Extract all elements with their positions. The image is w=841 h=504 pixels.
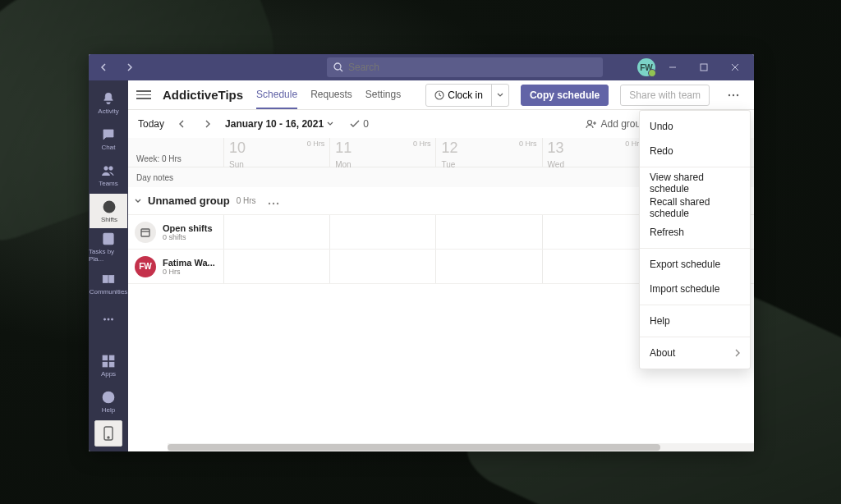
day-column[interactable]: 11Mon0 Hrs bbox=[329, 138, 435, 167]
clock-in-dropdown[interactable] bbox=[491, 85, 508, 106]
menu-separator bbox=[640, 305, 750, 305]
shift-cell[interactable] bbox=[435, 215, 541, 249]
day-notes-label: Day notes bbox=[128, 167, 223, 187]
date-prev-button[interactable] bbox=[172, 115, 191, 133]
search-input[interactable] bbox=[348, 62, 596, 73]
clock-in-button[interactable]: Clock in bbox=[425, 84, 509, 107]
date-range-picker[interactable]: January 10 - 16, 2021 bbox=[225, 118, 333, 130]
rail-item-teams[interactable]: Teams bbox=[89, 158, 128, 192]
rail-label: Tasks by Pla... bbox=[89, 248, 128, 263]
chat-icon bbox=[101, 127, 116, 142]
shift-cell[interactable] bbox=[542, 250, 648, 283]
group-name: Unnamed group bbox=[148, 195, 230, 207]
svg-point-28 bbox=[272, 202, 273, 204]
svg-point-8 bbox=[103, 318, 105, 320]
window-minimize-button[interactable] bbox=[659, 54, 687, 80]
svg-point-2 bbox=[104, 166, 108, 170]
svg-point-29 bbox=[276, 202, 278, 204]
today-button[interactable]: Today bbox=[138, 118, 164, 130]
open-shifts-title: Open shifts bbox=[163, 223, 213, 233]
menu-view-shared[interactable]: View shared schedule bbox=[640, 171, 750, 195]
menu-import[interactable]: Import schedule bbox=[640, 277, 750, 301]
day-hours: 0 Hrs bbox=[307, 140, 325, 148]
chevron-down-icon bbox=[497, 92, 503, 99]
scrollbar-thumb[interactable] bbox=[168, 444, 660, 451]
rail-item-apps[interactable]: Apps bbox=[89, 348, 128, 383]
tab-settings[interactable]: Settings bbox=[365, 80, 401, 109]
clock-in-label: Clock in bbox=[448, 89, 483, 101]
svg-point-22 bbox=[588, 121, 592, 125]
avatar[interactable]: FW bbox=[637, 58, 655, 76]
clock-icon bbox=[434, 90, 444, 100]
rail-item-shifts[interactable]: Shifts bbox=[89, 194, 127, 228]
day-column[interactable]: 10Sun0 Hrs bbox=[223, 138, 329, 167]
horizontal-scrollbar[interactable] bbox=[168, 443, 754, 451]
hamburger-button[interactable] bbox=[136, 90, 151, 99]
tasks-icon bbox=[101, 231, 116, 246]
shift-cell[interactable] bbox=[223, 250, 329, 283]
menu-export[interactable]: Export schedule bbox=[640, 252, 750, 277]
nav-back-button[interactable] bbox=[94, 57, 115, 77]
week-total-label: Week: 0 Hrs bbox=[128, 138, 223, 167]
day-column[interactable]: 12Tue0 Hrs bbox=[435, 138, 541, 167]
menu-help[interactable]: Help bbox=[640, 309, 750, 333]
more-options-button[interactable] bbox=[721, 85, 746, 106]
day-number: 11 bbox=[335, 140, 352, 157]
rail-item-tasks[interactable]: Tasks by Pla... bbox=[89, 230, 128, 264]
shift-cell[interactable] bbox=[435, 250, 541, 283]
day-column[interactable]: 13Wed0 Hrs bbox=[542, 138, 648, 167]
tab-requests[interactable]: Requests bbox=[310, 80, 352, 109]
rail-item-chat[interactable]: Chat bbox=[89, 121, 128, 156]
search-icon bbox=[333, 62, 343, 72]
shift-cell[interactable] bbox=[329, 250, 435, 283]
shift-cell[interactable] bbox=[542, 215, 648, 249]
rail-item-communities[interactable]: Communities bbox=[89, 266, 128, 300]
share-with-team-button[interactable]: Share with team bbox=[620, 85, 710, 106]
day-number: 10 bbox=[229, 140, 246, 157]
svg-rect-5 bbox=[103, 233, 113, 245]
svg-point-10 bbox=[111, 318, 113, 320]
menu-about[interactable]: About bbox=[640, 341, 750, 365]
bell-icon bbox=[101, 91, 116, 106]
group-hours: 0 Hrs bbox=[237, 196, 256, 205]
menu-redo[interactable]: Redo bbox=[640, 139, 750, 163]
svg-point-20 bbox=[733, 94, 734, 95]
day-hours: 0 Hrs bbox=[413, 140, 431, 148]
menu-recall-shared[interactable]: Recall shared schedule bbox=[640, 195, 750, 220]
main-header: AddictiveTips Schedule Requests Settings… bbox=[128, 80, 754, 110]
ellipsis-icon bbox=[728, 94, 739, 97]
group-more-button[interactable] bbox=[263, 194, 284, 208]
copy-schedule-button[interactable]: Copy schedule bbox=[521, 85, 609, 106]
window-close-button[interactable] bbox=[721, 54, 749, 80]
shift-cell[interactable] bbox=[223, 215, 329, 249]
add-group-button[interactable]: Add group bbox=[586, 118, 646, 130]
open-shifts-icon bbox=[135, 222, 156, 243]
menu-separator bbox=[640, 167, 750, 167]
check-count-value: 0 bbox=[363, 118, 369, 130]
shift-cell[interactable] bbox=[329, 215, 435, 249]
window-maximize-button[interactable] bbox=[690, 54, 718, 80]
tab-schedule[interactable]: Schedule bbox=[256, 80, 297, 109]
add-people-icon bbox=[586, 119, 597, 129]
nav-forward-button[interactable] bbox=[118, 57, 140, 77]
svg-rect-6 bbox=[103, 275, 108, 282]
rail-item-more[interactable] bbox=[89, 302, 128, 337]
svg-rect-12 bbox=[110, 355, 114, 360]
chevron-down-icon bbox=[327, 121, 333, 127]
rail-item-activity[interactable]: Activity bbox=[89, 85, 128, 120]
shift-icon bbox=[140, 227, 151, 238]
date-next-button[interactable] bbox=[199, 115, 217, 133]
menu-undo[interactable]: Undo bbox=[640, 114, 750, 139]
day-number: 12 bbox=[441, 140, 457, 157]
left-rail: Activity Chat Teams Shifts Tasks by Pla.… bbox=[89, 80, 128, 451]
menu-separator bbox=[640, 337, 750, 337]
svg-point-19 bbox=[728, 94, 730, 95]
menu-refresh[interactable]: Refresh bbox=[640, 220, 750, 245]
ellipsis-icon bbox=[101, 312, 116, 327]
tabs: Schedule Requests Settings bbox=[256, 80, 401, 109]
search-box[interactable] bbox=[327, 57, 603, 77]
main-content: AddictiveTips Schedule Requests Settings… bbox=[128, 80, 754, 451]
rail-item-mobile[interactable] bbox=[94, 420, 122, 447]
rail-item-help[interactable]: Help bbox=[89, 384, 128, 419]
user-avatar: FW bbox=[135, 256, 156, 277]
